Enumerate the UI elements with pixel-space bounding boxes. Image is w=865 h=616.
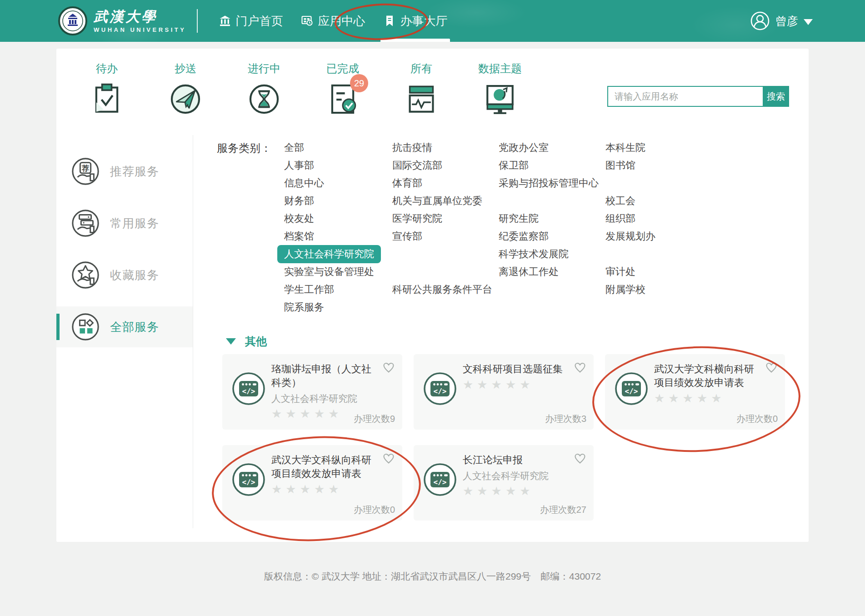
category-chip[interactable]: 信息中心 (284, 176, 324, 190)
clipboard-check-icon (90, 82, 124, 116)
divider (193, 135, 193, 528)
svg-text:</>: </> (625, 387, 638, 396)
category-chip[interactable]: 体育部 (392, 176, 422, 190)
card-rating-stars[interactable]: ★★★★★ (654, 391, 760, 405)
category-chip[interactable]: 离退休工作处 (499, 265, 559, 279)
svg-text:</>: </> (242, 387, 255, 396)
search-input[interactable] (607, 86, 763, 107)
category-chip-selected[interactable]: 人文社会科学研究院 (277, 245, 381, 263)
card-title: 长江论坛申报 (463, 453, 568, 467)
completed-count-badge: 29 (350, 74, 368, 92)
sidebar-item-favorites[interactable]: 收藏服务 (56, 255, 193, 295)
category-chip[interactable]: 人事部 (284, 159, 314, 172)
app-search: 搜索 (607, 86, 789, 107)
nav-item-portal-home[interactable]: 门户首页 (210, 0, 292, 42)
logo-divider (197, 9, 198, 33)
tab-label: 待办 (96, 61, 118, 76)
user-menu[interactable]: 曾彦 (750, 0, 813, 42)
main-panel: 待办抄送进行中已完成29所有数据主题 搜索 荐推荐服务常用服务收藏服务全部服务 … (56, 49, 809, 542)
sidebar-item-label: 常用服务 (110, 215, 159, 231)
category-chip[interactable]: 校工会 (605, 194, 635, 208)
heart-icon[interactable] (382, 361, 395, 374)
card-rating-stars[interactable]: ★★★★★ (463, 484, 568, 498)
category-chip[interactable]: 机关与直属单位党委 (392, 194, 482, 208)
category-chip[interactable]: 本科生院 (605, 141, 645, 155)
heart-icon[interactable] (382, 452, 395, 465)
university-name-zh: 武漢大學 (94, 10, 186, 24)
tab-cc[interactable]: 抄送 (158, 61, 213, 117)
card-title: 珞珈讲坛申报（人文社科类） (271, 362, 377, 390)
nav-item-app-center[interactable]: 应用中心 (292, 0, 374, 42)
user-name: 曾彦 (775, 14, 798, 29)
category-chip[interactable]: 医学研究院 (392, 212, 442, 225)
tab-data-theme[interactable]: 数据主题 (472, 61, 528, 117)
monitor-chart-icon (483, 82, 517, 116)
service-card[interactable]: </>武汉大学文科纵向科研项目绩效发放申请表★★★★★办理次数0 (222, 445, 402, 521)
svg-text:</>: </> (434, 387, 447, 396)
card-rating-stars[interactable]: ★★★★★ (271, 482, 377, 496)
heart-icon[interactable] (765, 361, 778, 374)
nav-label: 办事大厅 (400, 13, 447, 29)
card-body: 武汉大学文科纵向科研项目绩效发放申请表★★★★★ (271, 453, 395, 496)
category-chip[interactable]: 院系服务 (284, 300, 324, 314)
recommend-icon: 荐 (71, 157, 100, 186)
section-header-other[interactable]: 其他 (226, 334, 267, 349)
category-chip[interactable]: 图书馆 (605, 159, 635, 172)
bookmark-icon (383, 15, 396, 27)
service-card[interactable]: </>文科科研项目选题征集★★★★★办理次数3 (414, 354, 594, 430)
hourglass-icon (247, 82, 281, 116)
svg-text:</>: </> (434, 478, 447, 486)
heart-icon[interactable] (574, 361, 586, 374)
tab-icon-wrap (89, 81, 125, 117)
search-button[interactable]: 搜索 (763, 86, 789, 107)
nav-label: 门户首页 (235, 13, 283, 29)
category-chip[interactable]: 全部 (284, 141, 304, 155)
category-chip[interactable]: 科学技术发展院 (499, 247, 569, 261)
tab-completed[interactable]: 已完成29 (315, 61, 370, 117)
tab-icon-wrap (403, 81, 440, 117)
category-label: 服务类别： (217, 141, 271, 155)
service-card[interactable]: </>珞珈讲坛申报（人文社科类）人文社会科学研究院★★★★★办理次数9 (222, 354, 402, 430)
category-chip[interactable]: 采购与招投标管理中心 (499, 176, 599, 190)
category-chip[interactable]: 保卫部 (499, 159, 529, 172)
service-card[interactable]: </>长江论坛申报人文社会科学研究院★★★★★办理次数27 (414, 445, 594, 521)
category-chip[interactable]: 实验室与设备管理处 (284, 265, 374, 279)
university-logo[interactable]: 武漢大學 WUHAN UNIVERSITY (58, 6, 186, 35)
university-name: 武漢大學 WUHAN UNIVERSITY (94, 10, 186, 33)
category-chip[interactable]: 审计处 (605, 265, 635, 279)
tab-all[interactable]: 所有 (394, 61, 449, 117)
all-services-icon (71, 312, 100, 341)
category-chip[interactable]: 纪委监察部 (499, 230, 549, 243)
code-window-icon: </> (423, 462, 457, 497)
category-chip[interactable]: 研究生院 (499, 212, 539, 225)
section-title: 其他 (245, 334, 267, 349)
category-chip[interactable]: 党政办公室 (499, 141, 549, 155)
category-chip[interactable]: 组织部 (605, 212, 635, 225)
category-chip[interactable]: 校友处 (284, 212, 314, 225)
category-chip[interactable]: 档案馆 (284, 230, 314, 243)
favorite-icon (71, 260, 100, 290)
category-chip[interactable]: 国际交流部 (392, 159, 442, 172)
category-chip[interactable]: 科研公共服务条件平台 (392, 283, 492, 296)
sidebar-item-frequent[interactable]: 常用服务 (56, 203, 193, 244)
category-chip[interactable]: 财务部 (284, 194, 314, 208)
tab-label: 进行中 (248, 61, 280, 76)
tab-todo[interactable]: 待办 (79, 61, 135, 117)
tab-inprogress[interactable]: 进行中 (236, 61, 292, 117)
svg-text:荐: 荐 (81, 164, 90, 172)
card-rating-stars[interactable]: ★★★★★ (463, 378, 568, 391)
category-chip[interactable]: 学生工作部 (284, 283, 334, 296)
category-chip[interactable]: 宣传部 (392, 230, 422, 243)
category-chip[interactable]: 附属学校 (605, 283, 645, 296)
apps-icon (301, 15, 314, 27)
card-process-count: 办理次数9 (354, 413, 395, 425)
sidebar-item-all-services[interactable]: 全部服务 (56, 306, 193, 347)
sidebar-item-recommended[interactable]: 荐推荐服务 (56, 151, 193, 192)
heart-icon[interactable] (574, 452, 586, 465)
code-window-icon: </> (423, 371, 457, 406)
nav-item-service-hall[interactable]: 办事大厅 (374, 0, 456, 42)
service-card[interactable]: </>武汉大学文科横向科研项目绩效发放申请表★★★★★办理次数0 (605, 354, 785, 430)
tab-icon-wrap: 29 (325, 81, 361, 117)
category-chip[interactable]: 抗击疫情 (392, 141, 432, 155)
category-chip[interactable]: 发展规划办 (605, 230, 655, 243)
